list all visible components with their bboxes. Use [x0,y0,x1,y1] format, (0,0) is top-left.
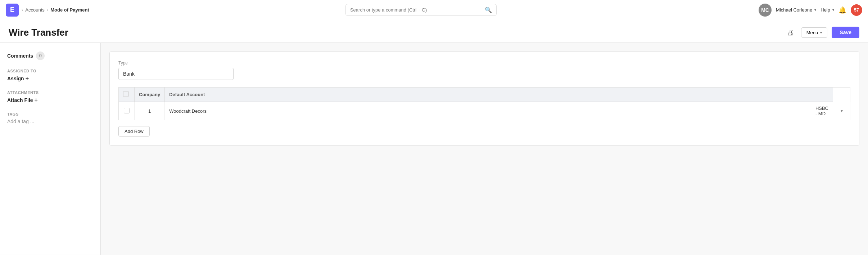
row-company[interactable]: Woodcraft Decors [165,102,811,120]
row-checkbox-cell [119,102,135,120]
comments-label: Comments [7,53,33,59]
attach-plus-icon: + [35,97,38,103]
breadcrumb-mode-of-payment: Mode of Payment [50,7,89,13]
header-checkbox-col [119,88,135,102]
breadcrumb-sep-2: › [47,7,48,13]
row-checkbox[interactable] [124,108,130,113]
sidebar: Comments 0 ASSIGNED TO Assign + ATTACHME… [0,43,101,255]
accounts-table: Company Default Account 1 Woodcraft Deco… [118,87,850,120]
help-link[interactable]: Help ▾ [820,7,834,13]
user-dropdown-caret: ▾ [814,8,816,12]
user-name[interactable]: Michael Corleone ▾ [776,7,816,13]
assign-action[interactable]: Assign + [7,75,93,82]
assigned-to-label: ASSIGNED TO [7,69,93,73]
main-layout: Comments 0 ASSIGNED TO Assign + ATTACHME… [0,43,868,255]
table-row: 1 Woodcraft Decors HSBC - MD ▾ [119,102,850,120]
type-input[interactable] [118,68,234,80]
header-default-account: Default Account [165,88,811,102]
tags-label: TAGS [7,112,93,116]
search-icon: 🔍 [485,6,492,13]
top-nav: E › Accounts › Mode of Payment 🔍 MC Mich… [0,0,868,20]
page-header: Wire Transfer 🖨 Menu ▾ Save [0,20,868,43]
header-actions-col [811,88,833,102]
form-card: Type Company Default Account [109,52,859,146]
search-input[interactable] [350,7,482,13]
row-dropdown-cell[interactable]: ▾ [833,102,850,120]
breadcrumb: › Accounts › Mode of Payment [22,7,89,13]
tags-section: TAGS Add a tag ... [7,112,93,124]
content-area: Type Company Default Account [101,43,868,255]
page-title: Wire Transfer [9,27,68,38]
search-bar[interactable]: 🔍 [345,4,497,16]
help-dropdown-caret: ▾ [832,8,834,12]
nav-right: MC Michael Corleone ▾ Help ▾ 🔔 57 [759,4,862,17]
header-company: Company [135,88,165,102]
menu-caret: ▾ [820,31,822,35]
add-row-button[interactable]: Add Row [118,126,150,137]
header-checkbox[interactable] [123,91,129,97]
attachments-label: ATTACHMENTS [7,90,93,95]
notification-badge[interactable]: 57 [851,4,862,16]
comments-count: 0 [36,52,45,60]
attachments-section: ATTACHMENTS Attach File + [7,90,93,103]
row-num: 1 [135,102,165,120]
bell-icon[interactable]: 🔔 [838,6,846,14]
type-field-label: Type [118,61,850,66]
save-button[interactable]: Save [832,27,859,38]
breadcrumb-accounts[interactable]: Accounts [25,7,44,13]
menu-button[interactable]: Menu ▾ [801,27,828,38]
assigned-to-section: ASSIGNED TO Assign + [7,69,93,82]
add-tag-label[interactable]: Add a tag ... [7,118,93,124]
row-default-account[interactable]: HSBC - MD [811,102,833,120]
attach-file-action[interactable]: Attach File + [7,97,93,103]
header-actions: 🖨 Menu ▾ Save [784,27,859,38]
table-header-row: Company Default Account [119,88,850,102]
breadcrumb-sep-1: › [22,7,23,13]
comments-section: Comments 0 [7,52,93,60]
print-button[interactable]: 🖨 [784,27,797,38]
assign-plus-icon: + [26,75,29,82]
row-chevron-down-icon: ▾ [841,108,843,113]
app-icon[interactable]: E [6,4,19,17]
avatar: MC [759,4,772,17]
